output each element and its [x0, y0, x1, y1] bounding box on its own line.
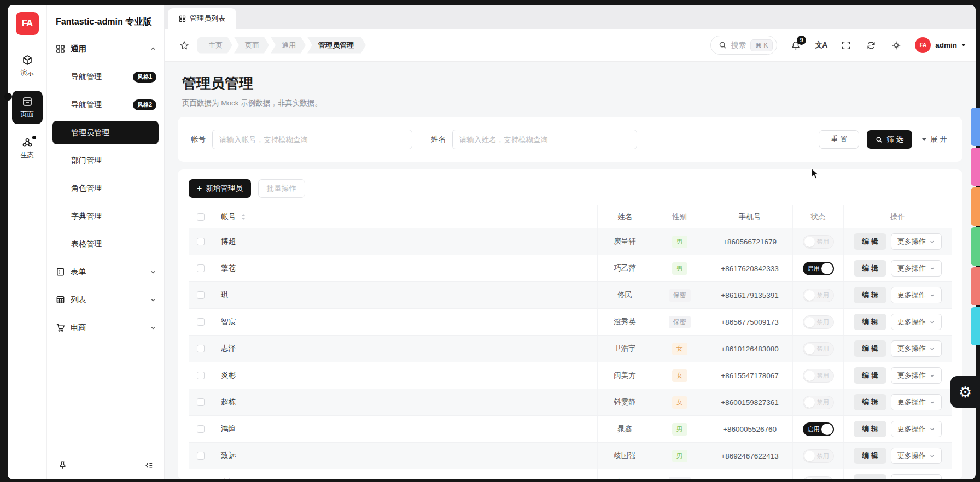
table-row: 琪 佟民 保密 +8616179135391 禁用 编 辑 更多操作 — [189, 282, 952, 309]
edit-button[interactable]: 编 辑 — [854, 340, 886, 357]
breadcrumb-pages[interactable]: 页面 — [234, 37, 269, 54]
sidebar-item-role[interactable]: 角色管理 — [47, 174, 164, 202]
edit-button[interactable]: 编 辑 — [854, 448, 886, 464]
sidebar-group-ecommerce[interactable]: 电商 — [47, 314, 164, 342]
settings-gear-button[interactable]: ⚙ — [950, 376, 980, 408]
account-filter-input[interactable] — [212, 130, 412, 149]
cell-name: 卫浩宇 — [598, 336, 652, 362]
status-toggle[interactable]: 禁用 — [803, 396, 834, 409]
favorite-button[interactable] — [176, 37, 193, 54]
sidebar-section-general[interactable]: 通用 — [47, 34, 164, 63]
table-row: 志泽 卫浩宇 女 +8610126483080 禁用 编 辑 更多操作 — [189, 336, 952, 362]
status-toggle[interactable]: 启用 — [803, 422, 834, 436]
row-checkbox[interactable] — [197, 238, 205, 245]
more-actions-button[interactable]: 更多操作 — [891, 340, 942, 357]
edit-button[interactable]: 编 辑 — [854, 421, 886, 437]
user-menu[interactable]: FA admin — [915, 37, 966, 53]
collapse-sidebar-button[interactable] — [140, 456, 158, 474]
more-actions-button[interactable]: 更多操作 — [891, 421, 942, 437]
header-name: 姓名 — [598, 205, 652, 228]
grid-icon — [179, 15, 186, 22]
notifications-button[interactable]: 9 — [789, 39, 802, 52]
sidebar-item-admin-management[interactable]: 管理员管理 — [52, 121, 159, 144]
status-toggle[interactable]: 禁用 — [803, 342, 834, 356]
theme-color-strip-blue[interactable] — [971, 108, 980, 146]
theme-color-strip-pink[interactable] — [971, 148, 980, 186]
edit-button[interactable]: 编 辑 — [854, 394, 886, 410]
filter-button[interactable]: 筛 选 — [867, 130, 912, 149]
theme-color-strip-green[interactable] — [971, 227, 980, 266]
status-toggle[interactable]: 禁用 — [803, 476, 834, 480]
more-actions-button[interactable]: 更多操作 — [891, 260, 942, 277]
sidebar-item-tables[interactable]: 表格管理 — [47, 230, 164, 258]
expand-button[interactable]: 展 开 — [920, 130, 949, 149]
tab-admin-list[interactable]: 管理员列表 — [168, 8, 236, 29]
sidebar-group-lists[interactable]: 列表 — [47, 286, 164, 314]
app-title: Fantastic-admin 专业版 — [47, 5, 164, 28]
more-actions-button[interactable]: 更多操作 — [891, 394, 942, 410]
row-checkbox[interactable] — [197, 479, 205, 479]
status-toggle[interactable]: 启用 — [803, 262, 834, 275]
refresh-button[interactable] — [865, 39, 878, 52]
batch-actions-button[interactable]: 批量操作 — [258, 179, 305, 198]
more-actions-button[interactable]: 更多操作 — [891, 474, 942, 479]
group-label: 表单 — [71, 267, 86, 277]
more-actions-button[interactable]: 更多操作 — [891, 314, 942, 330]
more-actions-button[interactable]: 更多操作 — [891, 367, 942, 384]
more-actions-button[interactable]: 更多操作 — [891, 233, 942, 250]
theme-color-strip-orange[interactable] — [971, 187, 980, 226]
breadcrumb-general[interactable]: 通用 — [271, 37, 306, 54]
status-toggle[interactable]: 禁用 — [803, 449, 834, 463]
edit-button[interactable]: 编 辑 — [854, 314, 886, 330]
tab-label: 管理员列表 — [190, 14, 225, 23]
theme-color-strip-cyan[interactable] — [971, 307, 980, 345]
cell-account: 志泽 — [213, 336, 598, 362]
theme-toggle-button[interactable] — [890, 39, 903, 52]
edit-button[interactable]: 编 辑 — [854, 233, 886, 250]
row-checkbox[interactable] — [197, 291, 205, 299]
sidebar-item-dictionary[interactable]: 字典管理 — [47, 202, 164, 230]
global-search[interactable]: 搜索 ⌘ K — [710, 36, 777, 55]
status-toggle[interactable]: 禁用 — [803, 369, 834, 383]
edit-button[interactable]: 编 辑 — [854, 260, 886, 277]
rail-item-ecosystem[interactable]: 生态 — [12, 133, 43, 164]
pin-sidebar-button[interactable] — [54, 456, 71, 474]
header-account[interactable]: 帐号 — [213, 205, 598, 228]
status-toggle[interactable]: 禁用 — [803, 315, 834, 329]
language-switch-button[interactable]: 文A — [814, 39, 827, 52]
cell-phone: +860566721679 — [707, 228, 793, 255]
row-checkbox[interactable] — [197, 425, 205, 433]
row-checkbox[interactable] — [197, 318, 205, 326]
chevron-down-icon — [150, 325, 156, 331]
sidebar-group-forms[interactable]: 表单 — [47, 258, 164, 286]
edit-button[interactable]: 编 辑 — [854, 367, 886, 384]
cell-account: 智宸 — [213, 309, 598, 335]
table-row: 擎苍 巧乙萍 男 +8617620842333 启用 编 辑 更多操作 — [189, 255, 952, 282]
sort-icon[interactable] — [241, 214, 246, 220]
row-checkbox[interactable] — [197, 452, 205, 460]
row-checkbox[interactable] — [197, 372, 205, 379]
rail-item-demo[interactable]: 演示 — [12, 50, 43, 82]
row-checkbox[interactable] — [197, 345, 205, 352]
fullscreen-button[interactable] — [839, 39, 853, 52]
breadcrumb-home[interactable]: 主页 — [197, 37, 232, 54]
status-toggle[interactable]: 禁用 — [803, 289, 834, 302]
add-admin-button[interactable]: + 新增管理员 — [189, 179, 251, 198]
theme-color-strip-red[interactable] — [971, 267, 980, 305]
name-filter-input[interactable] — [452, 130, 637, 149]
sidebar-item-nav-style2[interactable]: 导航管理 风格2 — [47, 91, 164, 119]
status-toggle[interactable]: 禁用 — [803, 235, 834, 249]
reset-button[interactable]: 重 置 — [819, 130, 859, 149]
rail-item-pages[interactable]: 页面 — [12, 91, 43, 124]
row-checkbox[interactable] — [197, 398, 205, 406]
chevron-down-icon — [150, 269, 156, 275]
sidebar-item-nav-style1[interactable]: 导航管理 风格1 — [47, 63, 164, 91]
more-actions-button[interactable]: 更多操作 — [891, 287, 942, 303]
more-actions-button[interactable]: 更多操作 — [891, 448, 942, 464]
row-checkbox[interactable] — [197, 264, 205, 272]
edit-button[interactable]: 编 辑 — [854, 474, 886, 479]
sidebar-item-department[interactable]: 部门管理 — [47, 146, 164, 174]
select-all-checkbox[interactable] — [197, 213, 205, 221]
edit-button[interactable]: 编 辑 — [854, 287, 886, 303]
app-logo[interactable]: FA — [16, 12, 39, 35]
